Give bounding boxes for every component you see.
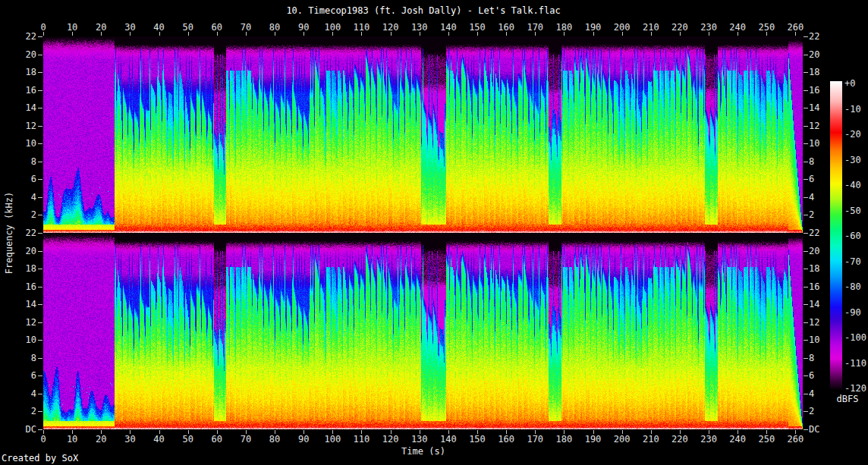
time-tick-label: 180 [551,434,577,445]
freq-tick-mark [804,55,808,55]
time-tick-label: 100 [319,434,345,445]
time-tick-label: 110 [348,434,374,445]
freq-tick-label: 12 [809,121,832,131]
time-tick-mark [564,32,565,36]
freq-tick-label: 8 [15,156,36,167]
time-tick-label: 190 [580,434,606,445]
freq-tick-mark [804,197,808,198]
freq-tick-label: 8 [809,353,832,363]
freq-tick-label: 8 [15,353,36,363]
time-tick-label: 260 [782,434,808,445]
freq-tick-mark [804,179,808,180]
time-tick-mark [535,32,536,36]
time-tick-mark [275,32,275,36]
time-tick-mark [506,32,507,36]
legend-tick-label: -30 [844,155,861,165]
freq-tick-label: 20 [809,49,832,60]
freq-tick-label: 4 [15,192,36,203]
time-tick-label: 210 [638,434,664,445]
freq-tick-mark [804,126,808,127]
freq-tick-label: 22 [809,228,832,238]
freq-tick-mark [804,72,808,73]
legend-tick-label: -60 [844,231,861,241]
time-tick-mark [651,32,652,36]
time-tick-mark [420,32,420,36]
spectrogram-image [43,36,803,429]
colorbar-unit-label: dBFS [832,394,863,404]
freq-tick-mark [38,179,42,180]
freq-tick-label: 16 [809,281,832,292]
freq-tick-label: 8 [809,156,832,167]
chart-title: 10. Timecop1983 (ft. Josh Dally) - Let's… [0,5,847,16]
time-tick-label: 200 [609,22,635,33]
freq-tick-label: 14 [15,102,36,113]
freq-tick-label: 18 [809,263,832,274]
freq-tick-mark [804,108,808,108]
time-tick-label: 20 [88,434,114,445]
freq-tick-mark [38,358,42,359]
time-tick-label: 230 [696,22,722,33]
freq-tick-mark [804,304,808,305]
freq-tick-mark [38,90,42,91]
freq-tick-label: 6 [809,174,832,184]
freq-tick-mark [804,251,808,252]
time-tick-label: 10 [59,22,85,33]
freq-tick-label: 4 [809,388,832,399]
time-tick-label: 210 [638,22,664,33]
time-tick-mark [448,32,449,36]
time-tick-label: 240 [725,434,750,445]
freq-tick-mark [804,322,808,323]
time-tick-label: 250 [753,22,779,33]
time-tick-label: 190 [580,22,606,33]
freq-tick-mark [38,197,42,198]
time-tick-label: 40 [146,434,172,445]
freq-tick-label: 22 [15,228,36,238]
freq-tick-mark [38,72,42,73]
time-tick-mark [246,32,247,36]
freq-tick-label: 2 [809,209,832,220]
legend-tick-label: -100 [844,332,866,343]
freq-tick-mark [804,36,808,37]
time-tick-label: 60 [204,22,230,33]
freq-tick-mark [38,287,42,287]
time-tick-label: 120 [378,22,404,33]
time-tick-mark [766,32,767,36]
freq-tick-label: 10 [809,138,832,149]
freq-tick-label: 6 [15,174,36,184]
legend-tick-label: -50 [844,206,861,216]
freq-tick-label: 22 [15,31,36,42]
freq-tick-label: 4 [15,388,36,399]
time-tick-mark [188,32,189,36]
time-tick-label: 30 [117,434,143,445]
time-tick-label: 220 [667,22,693,33]
freq-tick-label: 18 [15,67,36,77]
legend-tick-label: -10 [844,104,861,115]
freq-tick-label: 14 [15,299,36,309]
freq-tick-label: 10 [15,138,36,149]
freq-tick-mark [804,411,808,412]
legend-tick-label: -70 [844,256,861,267]
freq-tick-label: 18 [15,263,36,274]
freq-tick-label: 10 [15,335,36,345]
freq-tick-mark [804,269,808,269]
freq-tick-label: 14 [809,299,832,309]
freq-tick-label: 22 [809,31,832,42]
time-tick-label: 200 [609,434,635,445]
time-tick-label: 150 [464,434,490,445]
time-tick-label: 90 [291,434,316,445]
freq-tick-mark [38,269,42,269]
time-tick-label: 240 [725,22,750,33]
time-tick-label: 170 [522,22,548,33]
time-tick-mark [593,32,594,36]
time-tick-mark [43,32,44,36]
freq-tick-label: 2 [15,209,36,220]
time-tick-label: 90 [291,22,316,33]
freq-tick-mark [804,394,808,394]
freq-tick-mark [38,322,42,323]
freq-tick-mark [38,411,42,412]
time-tick-label: 140 [436,22,461,33]
colorbar-gradient [830,81,842,389]
freq-tick-mark [804,340,808,341]
time-tick-label: 230 [696,434,722,445]
freq-tick-mark [38,36,42,37]
